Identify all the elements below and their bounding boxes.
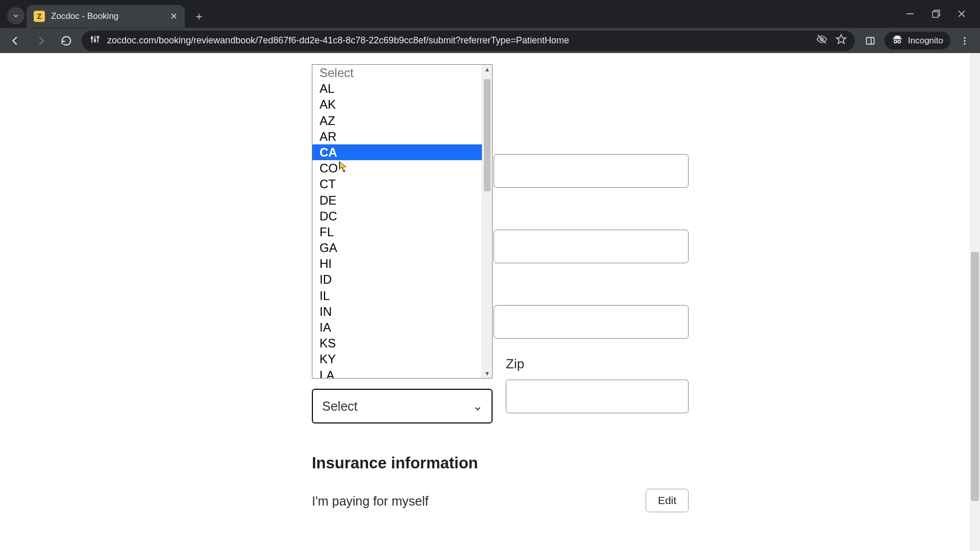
state-option[interactable]: AL [312, 81, 482, 96]
state-option[interactable]: LA [312, 367, 482, 378]
tab-search-button[interactable] [7, 7, 24, 24]
state-option[interactable]: CA [312, 144, 482, 160]
incognito-icon [892, 35, 903, 46]
svg-marker-12 [837, 35, 846, 43]
text-input[interactable] [494, 230, 689, 263]
page-scrollbar[interactable] [970, 53, 980, 551]
state-option[interactable]: CO [312, 160, 482, 176]
state-option[interactable]: IL [312, 288, 482, 304]
svg-point-20 [964, 40, 965, 41]
forward-button[interactable] [31, 31, 51, 51]
zip-label: Zip [506, 356, 524, 372]
url-text: zocdoc.com/booking/reviewandbook/7ed867f… [107, 35, 809, 46]
state-option[interactable]: FL [312, 224, 482, 240]
svg-point-9 [97, 36, 99, 38]
state-dropdown-listbox[interactable]: SelectALAKAZARCACOCTDEDCFLGAHIIDILINIAKS… [312, 64, 493, 379]
state-option-placeholder[interactable]: Select [312, 65, 482, 81]
page-viewport: SelectALAKAZARCACOCTDEDCFLGAHIIDILINIAKS… [0, 53, 980, 551]
state-dropdown-options[interactable]: SelectALAKAZARCACOCTDEDCFLGAHIIDILINIAKS… [312, 65, 482, 378]
insurance-heading: Insurance information [312, 454, 478, 472]
listbox-scrollbar-thumb[interactable] [484, 79, 491, 191]
incognito-indicator[interactable]: Incognito [885, 32, 950, 49]
browser-toolbar: zocdoc.com/booking/reviewandbook/7ed867f… [0, 28, 980, 53]
incognito-label: Incognito [908, 36, 943, 46]
state-option[interactable]: IN [312, 304, 482, 319]
close-tab-icon[interactable]: ✕ [170, 11, 178, 22]
svg-point-19 [964, 37, 965, 38]
text-input[interactable] [494, 154, 689, 188]
bookmark-star-icon[interactable] [836, 34, 847, 47]
zip-input[interactable] [506, 380, 689, 413]
listbox-scrollbar[interactable]: ▲ ▼ [482, 65, 492, 378]
site-settings-icon[interactable] [90, 34, 100, 47]
state-option[interactable]: ID [312, 271, 482, 287]
state-option[interactable]: KY [312, 351, 482, 367]
svg-point-21 [964, 43, 965, 44]
scroll-down-arrow-icon[interactable]: ▼ [482, 369, 492, 378]
state-option[interactable]: IA [312, 319, 482, 335]
state-option[interactable]: AR [312, 129, 482, 144]
close-window-icon[interactable] [958, 10, 966, 18]
back-button[interactable] [5, 31, 26, 51]
new-tab-button[interactable]: ＋ [190, 7, 208, 26]
state-option[interactable]: CT [312, 176, 482, 192]
state-option[interactable]: DC [312, 208, 482, 224]
svg-point-16 [894, 40, 897, 43]
browser-tab-strip: Z Zocdoc - Booking ✕ ＋ [0, 0, 980, 28]
browser-tab[interactable]: Z Zocdoc - Booking ✕ [27, 5, 185, 28]
eye-off-icon[interactable] [816, 34, 827, 47]
state-option[interactable]: DE [312, 192, 482, 208]
scroll-up-arrow-icon[interactable]: ▲ [482, 65, 492, 74]
svg-rect-15 [893, 38, 902, 39]
svg-point-8 [94, 40, 95, 41]
maximize-icon[interactable] [932, 10, 940, 18]
state-select-value: Select [322, 399, 357, 414]
state-select[interactable]: Select [312, 389, 493, 423]
side-panel-icon[interactable] [860, 31, 880, 51]
state-option[interactable]: KS [312, 335, 482, 351]
state-option[interactable]: AK [312, 96, 482, 112]
state-option[interactable]: HI [312, 256, 482, 271]
chevron-down-icon [473, 402, 482, 411]
state-option[interactable]: GA [312, 240, 482, 256]
svg-rect-1 [933, 12, 938, 17]
svg-point-7 [91, 37, 93, 39]
favicon-icon: Z [34, 11, 45, 22]
tab-title: Zocdoc - Booking [51, 11, 164, 21]
page-scrollbar-thumb[interactable] [971, 252, 979, 501]
svg-point-17 [898, 40, 900, 43]
edit-button[interactable]: Edit [646, 489, 689, 512]
svg-rect-13 [867, 37, 874, 44]
url-bar[interactable]: zocdoc.com/booking/reviewandbook/7ed867f… [82, 31, 855, 51]
insurance-text: I'm paying for myself [312, 494, 428, 509]
minimize-icon[interactable] [905, 9, 915, 18]
state-option[interactable]: AZ [312, 113, 482, 129]
kebab-menu-icon[interactable] [954, 31, 975, 51]
text-input[interactable] [494, 305, 689, 339]
reload-button[interactable] [56, 31, 77, 51]
window-controls [905, 0, 980, 28]
